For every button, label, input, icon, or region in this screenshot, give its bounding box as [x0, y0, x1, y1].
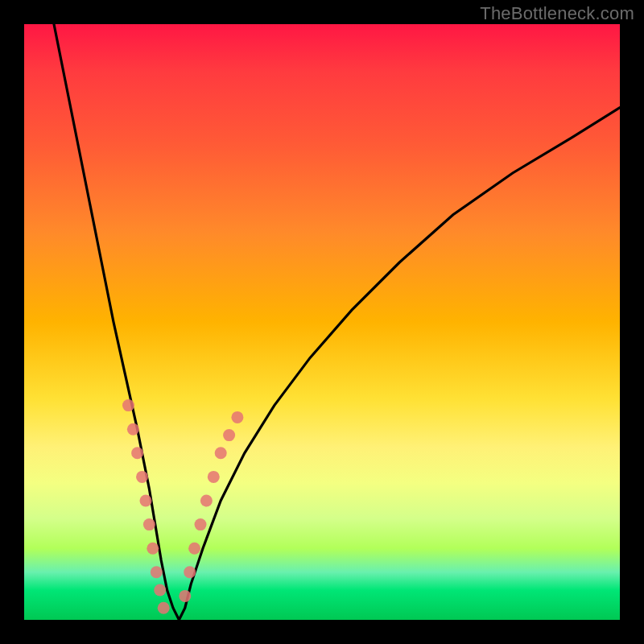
- marker-dot: [140, 495, 152, 507]
- curve-svg: [24, 24, 620, 620]
- marker-dot: [179, 590, 191, 602]
- marker-dot: [158, 602, 170, 614]
- watermark-text: TheBottleneck.com: [480, 3, 634, 24]
- marker-dot: [127, 423, 139, 436]
- marker-dot: [223, 429, 235, 441]
- marker-dot: [154, 584, 166, 597]
- plot-area: [24, 24, 620, 620]
- marker-dot: [200, 495, 213, 507]
- chart-frame: TheBottleneck.com: [0, 0, 644, 644]
- marker-dot: [208, 471, 220, 483]
- marker-dot: [151, 566, 163, 578]
- marker-dot: [143, 518, 155, 530]
- marker-dot: [131, 447, 143, 459]
- marker-cluster-left: [122, 399, 170, 614]
- marker-dot: [231, 411, 243, 423]
- marker-dot: [195, 518, 207, 530]
- marker-cluster-right: [179, 411, 243, 602]
- marker-dot: [136, 471, 148, 483]
- marker-dot: [215, 447, 227, 459]
- marker-dot: [122, 399, 134, 411]
- marker-dot: [184, 566, 196, 578]
- marker-dot: [188, 543, 200, 555]
- marker-dot: [147, 543, 159, 555]
- bottleneck-curve: [54, 24, 620, 620]
